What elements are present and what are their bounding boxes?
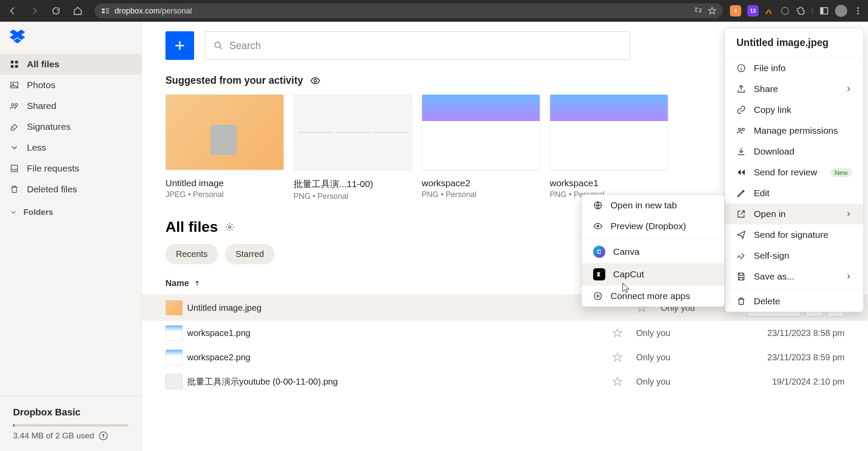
- send-icon: [736, 230, 746, 240]
- sidebar-item-label: Shared: [27, 101, 56, 111]
- chevron-down-icon: [10, 208, 17, 216]
- star-icon[interactable]: [612, 376, 623, 387]
- ctx-capcut[interactable]: CapCut: [582, 263, 724, 286]
- translate-icon[interactable]: [693, 6, 703, 16]
- share-icon: [736, 84, 746, 94]
- sidebar-item-label: All files: [27, 59, 59, 69]
- svg-point-20: [215, 42, 221, 48]
- sidebar-item-label: Deleted files: [27, 184, 77, 194]
- svg-rect-12: [15, 61, 18, 63]
- file-row[interactable]: 批量工具演示youtube (0-00-11-00).png Only you …: [142, 369, 868, 394]
- thumbnail: [422, 94, 540, 170]
- svg-rect-0: [102, 9, 105, 11]
- file-modified: 23/11/2023 8:59 pm: [723, 352, 845, 362]
- pill-recents[interactable]: Recents: [165, 244, 218, 264]
- svg-point-30: [597, 225, 599, 227]
- canva-icon: C: [593, 246, 605, 258]
- bookmark-star-icon[interactable]: [707, 6, 717, 16]
- ctx-send-for-review[interactable]: Send for reviewNew: [725, 162, 863, 183]
- suggested-card[interactable]: workspace2 PNG • Personal: [422, 94, 540, 201]
- sidebar-item-signatures[interactable]: Signatures: [0, 116, 142, 137]
- svg-rect-4: [106, 13, 109, 13]
- forward-button[interactable]: [27, 3, 42, 18]
- ctx-canva[interactable]: CCanva: [582, 240, 724, 263]
- search-input[interactable]: Search: [205, 31, 630, 60]
- sidebar: All files Photos Shared Signatures Less …: [0, 22, 142, 451]
- star-icon[interactable]: [612, 352, 623, 363]
- ctx-save-as[interactable]: Save as...: [725, 266, 863, 287]
- plus-circle-icon: [593, 291, 603, 301]
- ctx-open-in[interactable]: Open in: [725, 204, 863, 224]
- ctx-open-new-tab[interactable]: Open in new tab: [582, 195, 724, 216]
- trash-icon: [10, 184, 19, 194]
- thumbnail: [294, 94, 412, 170]
- gear-icon[interactable]: [225, 222, 234, 232]
- file-thumb-icon: [165, 325, 183, 341]
- file-name: 批量工具演示youtube (0-00-11-00).png: [187, 376, 612, 388]
- ctx-file-info[interactable]: File info: [725, 58, 863, 79]
- upgrade-icon[interactable]: [99, 431, 108, 441]
- file-row[interactable]: workspace1.png Only you 23/11/2023 8:58 …: [142, 321, 868, 345]
- sidebar-item-shared[interactable]: Shared: [0, 95, 142, 116]
- sidebar-item-label: Signatures: [27, 122, 70, 132]
- ctx-copy-link[interactable]: Copy link: [725, 99, 863, 120]
- ctx-self-sign[interactable]: Self-sign: [725, 245, 863, 266]
- separator: [582, 238, 724, 239]
- folders-header[interactable]: Folders: [0, 200, 142, 225]
- file-access: Only you: [636, 328, 723, 338]
- ctx-delete[interactable]: Delete: [725, 291, 863, 312]
- ctx-send-for-signature[interactable]: Send for signature: [725, 224, 863, 245]
- star-icon[interactable]: [612, 327, 623, 339]
- suggested-card[interactable]: workspace1 PNG • Personal: [550, 94, 668, 201]
- home-button[interactable]: [70, 3, 85, 18]
- sidebar-item-deleted-files[interactable]: Deleted files: [0, 179, 142, 200]
- sidebar-item-less[interactable]: Less: [0, 137, 142, 158]
- pill-starred[interactable]: Starred: [225, 244, 274, 264]
- sidepanel-icon[interactable]: [819, 6, 829, 16]
- svg-point-21: [314, 79, 317, 82]
- svg-point-27: [739, 128, 741, 131]
- sidebar-item-all-files[interactable]: All files: [0, 54, 142, 75]
- ctx-edit[interactable]: Edit: [725, 183, 863, 204]
- svg-rect-1: [102, 11, 105, 13]
- extension-icon-4[interactable]: [780, 6, 790, 16]
- extensions-button[interactable]: [796, 6, 805, 16]
- dropbox-logo[interactable]: [0, 22, 142, 54]
- file-modified: 23/11/2023 8:58 pm: [723, 328, 845, 338]
- ctx-download[interactable]: Download: [725, 141, 863, 162]
- file-row[interactable]: workspace2.png Only you 23/11/2023 8:59 …: [142, 345, 868, 369]
- chevron-right-icon: [845, 211, 852, 217]
- new-button[interactable]: [165, 31, 194, 60]
- extension-badge-2[interactable]: 13: [747, 5, 759, 16]
- suggested-card[interactable]: 批量工具演...11-00) PNG • Personal: [294, 94, 412, 201]
- extension-icon-3[interactable]: [765, 6, 774, 16]
- sidebar-item-file-requests[interactable]: File requests: [0, 158, 142, 179]
- chevron-right-icon: [845, 273, 852, 280]
- sidebar-item-photos[interactable]: Photos: [0, 75, 142, 95]
- svg-rect-13: [11, 65, 13, 68]
- reload-button[interactable]: [49, 3, 63, 18]
- eye-icon[interactable]: [310, 76, 320, 86]
- ctx-manage-permissions[interactable]: Manage permissions: [725, 120, 863, 141]
- eye-icon: [593, 221, 603, 231]
- save-icon: [736, 272, 746, 281]
- file-access: Only you: [636, 377, 723, 387]
- suggested-header: Suggested from your activity: [165, 75, 303, 86]
- back-button[interactable]: [5, 3, 20, 18]
- svg-point-18: [15, 104, 18, 106]
- profile-avatar[interactable]: [835, 5, 847, 17]
- url-bar[interactable]: dropbox.com/personal: [95, 3, 723, 18]
- sidebar-item-label: File requests: [27, 163, 79, 174]
- kebab-menu-icon[interactable]: [853, 6, 863, 16]
- ctx-share[interactable]: Share: [725, 79, 863, 99]
- suggested-card[interactable]: Untitled image JPEG • Personal: [165, 94, 284, 201]
- svg-point-28: [742, 128, 745, 131]
- svg-point-5: [782, 7, 789, 15]
- ctx-connect-more-apps[interactable]: Connect more apps: [582, 286, 724, 306]
- extension-badge-1[interactable]: 4: [730, 5, 741, 16]
- ctx-preview-dropbox[interactable]: Preview (Dropbox): [582, 216, 724, 237]
- search-placeholder: Search: [229, 40, 261, 52]
- svg-point-22: [228, 226, 231, 228]
- inbox-icon: [10, 164, 19, 173]
- browser-actions: 4 13 |: [730, 5, 863, 17]
